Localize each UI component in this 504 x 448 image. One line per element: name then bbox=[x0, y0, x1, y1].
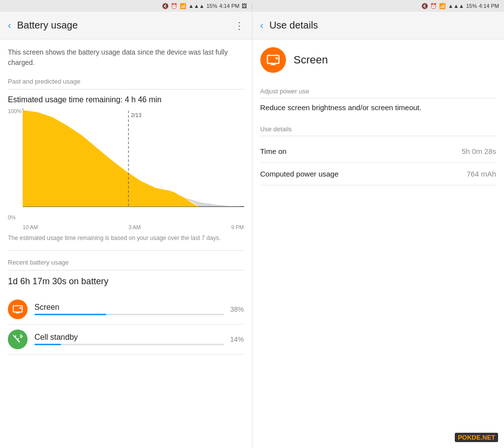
battery-percent-right: 15% bbox=[466, 3, 477, 9]
chart-x-mid: 3 AM bbox=[128, 224, 141, 230]
signal-icon-left: ▲▲▲ bbox=[189, 3, 205, 9]
time-on-row: Time on 5h 0m 28s bbox=[260, 140, 497, 163]
more-options-button[interactable]: ⋮ bbox=[234, 20, 244, 31]
battery-duration: 1d 6h 17m 30s on battery bbox=[8, 276, 244, 287]
screen-usage-item[interactable]: Screen 38% bbox=[8, 295, 244, 325]
left-panel: ‹ Battery usage ⋮ This screen shows the … bbox=[0, 12, 252, 448]
cell-standby-usage-percent: 14% bbox=[230, 335, 244, 343]
svg-point-10 bbox=[20, 307, 22, 309]
battery-percent-left: 15% bbox=[207, 3, 218, 9]
main-container: ‹ Battery usage ⋮ This screen shows the … bbox=[0, 12, 504, 448]
chart-y-bottom-label: 0% bbox=[8, 214, 16, 220]
app-name: Screen bbox=[294, 54, 328, 66]
estimated-time: Estimated usage time remaining: 4 h 46 m… bbox=[8, 95, 244, 104]
cell-standby-bar-container bbox=[34, 344, 224, 345]
past-section-label: Past and predicted usage bbox=[8, 78, 244, 90]
screen-usage-percent: 38% bbox=[230, 305, 244, 313]
battery-usage-title: Battery usage bbox=[17, 20, 234, 31]
back-button-left[interactable]: ‹ bbox=[8, 20, 11, 31]
status-bar-left: 🔇 ⏰ 📶 ▲▲▲ 15% 4:14 PM 🖼 bbox=[0, 3, 252, 9]
adjust-section-label: Adjust power use bbox=[260, 83, 497, 98]
chart-svg-wrapper: 2/13 bbox=[23, 108, 244, 223]
screen-usage-name: Screen bbox=[34, 303, 224, 312]
mute-icon-left: 🔇 bbox=[162, 3, 169, 9]
cell-standby-usage-bar bbox=[34, 344, 61, 345]
screen-bar-container bbox=[34, 314, 224, 315]
cell-standby-usage-item[interactable]: Cell standby 14% bbox=[8, 325, 244, 355]
divider-1 bbox=[8, 250, 244, 251]
recent-section-label: Recent battery usage bbox=[8, 259, 244, 270]
battery-description: This screen shows the battery usage data… bbox=[8, 47, 244, 68]
chart-footnote: The estimated usage time remaining is ba… bbox=[8, 234, 244, 242]
chart-x-end: 9 PM bbox=[231, 224, 244, 230]
svg-point-14 bbox=[275, 57, 278, 60]
time-right: 4:14 PM bbox=[479, 3, 499, 9]
right-panel: ‹ Use details Screen Adjust power use Re… bbox=[252, 12, 504, 448]
back-button-right[interactable]: ‹ bbox=[260, 20, 264, 31]
screen-usage-info: Screen bbox=[34, 303, 224, 315]
svg-text:2/13: 2/13 bbox=[131, 112, 141, 118]
cell-standby-icon bbox=[8, 329, 28, 349]
alarm-icon-left: ⏰ bbox=[171, 3, 178, 9]
photo-icon-left: 🖼 bbox=[242, 3, 247, 9]
battery-chart-svg: 2/13 bbox=[23, 108, 244, 221]
time-on-label: Time on bbox=[260, 147, 287, 155]
watermark: POKDE.NET bbox=[455, 433, 498, 442]
computed-power-label: Computed power usage bbox=[260, 170, 339, 178]
signal-icon-right: ▲▲▲ bbox=[448, 3, 464, 9]
time-on-value: 5h 0m 28s bbox=[462, 147, 496, 155]
app-icon-large bbox=[260, 47, 286, 73]
alarm-icon-right: ⏰ bbox=[430, 3, 437, 9]
battery-usage-content: This screen shows the battery usage data… bbox=[0, 39, 252, 448]
app-header: Screen bbox=[260, 47, 497, 73]
right-content: Screen Adjust power use Reduce screen br… bbox=[252, 39, 504, 193]
chart-x-labels: 10 AM 3 AM 9 PM bbox=[23, 224, 244, 230]
svg-rect-11 bbox=[267, 56, 279, 63]
cell-standby-usage-info: Cell standby bbox=[34, 333, 224, 345]
use-details-section-label: Use details bbox=[260, 120, 497, 136]
cell-standby-usage-name: Cell standby bbox=[34, 333, 224, 342]
adjust-description: Reduce screen brightness and/or screen t… bbox=[260, 102, 497, 113]
computed-power-value: 764 mAh bbox=[467, 170, 496, 178]
chart-x-start: 10 AM bbox=[23, 224, 38, 230]
use-details-title: Use details bbox=[269, 20, 496, 31]
chart-y-top-label: 100% bbox=[8, 108, 22, 114]
computed-power-row: Computed power usage 764 mAh bbox=[260, 163, 497, 185]
mute-icon-right: 🔇 bbox=[421, 3, 428, 9]
use-details-header: ‹ Use details bbox=[252, 12, 504, 39]
screen-usage-bar bbox=[34, 314, 106, 315]
battery-chart: 100% 0% bbox=[8, 108, 244, 230]
battery-usage-header: ‹ Battery usage ⋮ bbox=[0, 12, 252, 39]
screen-icon bbox=[8, 299, 28, 319]
wifi-icon-left: 📶 bbox=[180, 3, 187, 9]
status-bar-right: 🔇 ⏰ 📶 ▲▲▲ 15% 4:14 PM bbox=[252, 3, 504, 9]
time-left: 4:14 PM bbox=[220, 3, 240, 9]
wifi-icon-right: 📶 bbox=[439, 3, 446, 9]
svg-rect-7 bbox=[13, 305, 22, 312]
status-bar: 🔇 ⏰ 📶 ▲▲▲ 15% 4:14 PM 🖼 🔇 ⏰ 📶 ▲▲▲ 15% 4:… bbox=[0, 0, 504, 12]
